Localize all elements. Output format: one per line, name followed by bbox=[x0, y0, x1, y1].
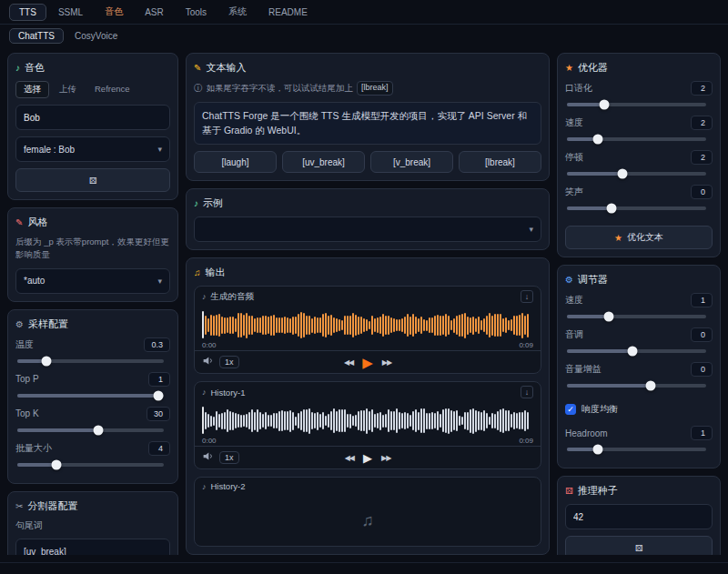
slider-handle[interactable] bbox=[600, 100, 610, 110]
token-buttons-row: [laugh][uv_break][v_break][lbreak] bbox=[194, 151, 541, 173]
slider-track[interactable] bbox=[567, 172, 706, 176]
rewind-button[interactable]: ◀◀ bbox=[345, 454, 354, 462]
chevron-down-icon: ▾ bbox=[529, 225, 533, 234]
slider-value[interactable]: 0 bbox=[691, 327, 713, 342]
adjuster-header: ⚙ 调节器 bbox=[565, 273, 713, 287]
slider-handle[interactable] bbox=[153, 390, 163, 400]
slider-value[interactable]: 1 bbox=[691, 293, 713, 307]
slider-track[interactable] bbox=[567, 137, 706, 141]
token-button-[v_break][interactable]: [v_break] bbox=[370, 151, 453, 173]
slider-track[interactable] bbox=[17, 428, 164, 432]
waveform[interactable]: 0:000:09 bbox=[195, 402, 541, 446]
slider-handle[interactable] bbox=[618, 169, 628, 179]
style-panel: ✎ 风格 后缀为 _p 表示带prompt，效果更好但更影响质量 *auto ▾ bbox=[7, 207, 178, 302]
voice-name-input[interactable] bbox=[15, 105, 170, 130]
slider-口语化: 口语化2 bbox=[565, 81, 713, 116]
nav-tab-TTS[interactable]: TTS bbox=[9, 4, 46, 21]
slider-label: 批量大小 bbox=[15, 442, 52, 455]
slider-handle[interactable] bbox=[93, 425, 103, 435]
download-icon[interactable]: ↓ bbox=[521, 386, 533, 398]
examples-dropdown[interactable]: ▾ bbox=[194, 217, 541, 242]
style-hint: 后缀为 _p 表示带prompt，效果更好但更影响质量 bbox=[15, 236, 170, 262]
voice-random-button[interactable]: ⚄ bbox=[15, 168, 170, 192]
voice-select-dropdown[interactable]: female : Bob ▾ bbox=[15, 136, 170, 162]
voice-icon: ♪ bbox=[15, 63, 20, 73]
forward-button[interactable]: ▶▶ bbox=[381, 454, 390, 462]
checkbox-响度均衡[interactable]: ✓响度均衡 bbox=[565, 403, 713, 416]
nav-tab-系统[interactable]: 系统 bbox=[218, 2, 257, 22]
slider-value[interactable]: 0 bbox=[691, 362, 713, 377]
output-header: ♫ 输出 bbox=[194, 266, 541, 279]
speaker-icon[interactable] bbox=[202, 354, 214, 370]
slider-handle[interactable] bbox=[627, 347, 637, 357]
audio-empty-placeholder: ♫ bbox=[195, 495, 541, 546]
token-button-[laugh][interactable]: [laugh] bbox=[194, 151, 277, 173]
eos-input[interactable]: [uv_break] bbox=[15, 539, 170, 556]
slider-track[interactable] bbox=[17, 359, 164, 363]
slider-handle[interactable] bbox=[592, 135, 602, 145]
slider-track[interactable] bbox=[17, 394, 164, 398]
slider-value[interactable]: 0 bbox=[691, 185, 713, 199]
voice-tab-Refrence[interactable]: Refrence bbox=[86, 81, 138, 98]
slider-track[interactable] bbox=[567, 315, 706, 318]
slider-value[interactable]: 2 bbox=[691, 116, 713, 130]
sparkle-icon: ★ bbox=[614, 233, 622, 243]
slider-track[interactable] bbox=[567, 349, 706, 353]
style-select-dropdown[interactable]: *auto ▾ bbox=[15, 268, 170, 294]
footer-divider bbox=[0, 562, 728, 574]
nav-tab-音色[interactable]: 音色 bbox=[95, 2, 133, 22]
slider-handle[interactable] bbox=[52, 459, 62, 469]
tts-text-input[interactable]: ChatTTS Forge 是一个围绕 TTS 生成模型开发的项目，实现了 AP… bbox=[194, 102, 541, 146]
waveform[interactable]: 0:000:09 bbox=[195, 307, 541, 350]
checkbox-box[interactable]: ✓ bbox=[565, 404, 576, 415]
speaker-icon[interactable] bbox=[202, 449, 214, 466]
slider-track[interactable] bbox=[567, 384, 706, 388]
slider-track[interactable] bbox=[567, 206, 706, 210]
voice-tab-上传[interactable]: 上传 bbox=[51, 81, 85, 98]
token-button-[lbreak][interactable]: [lbreak] bbox=[459, 151, 541, 173]
slider-label: 速度 bbox=[565, 294, 583, 307]
playhead-cursor[interactable] bbox=[202, 407, 204, 434]
slider-handle[interactable] bbox=[42, 356, 52, 366]
nav-tab-README[interactable]: README bbox=[258, 4, 318, 21]
playback-speed-button[interactable]: 1x bbox=[219, 356, 239, 368]
playback-speed-button[interactable]: 1x bbox=[219, 451, 239, 464]
random-seed-button[interactable]: ⚄ bbox=[565, 536, 713, 555]
hint-token-badge: [lbreak] bbox=[357, 81, 393, 96]
nav-tab-Tools[interactable]: Tools bbox=[176, 4, 217, 21]
model-tab-ChatTTS[interactable]: ChatTTS bbox=[9, 28, 64, 44]
slider-value[interactable]: 2 bbox=[691, 81, 713, 96]
splitter-panel-title: 分割器配置 bbox=[27, 499, 77, 513]
slider-handle[interactable] bbox=[606, 204, 616, 214]
slider-value[interactable]: 30 bbox=[147, 407, 170, 421]
forward-button[interactable]: ▶▶ bbox=[382, 358, 391, 367]
scissors-icon: ✂ bbox=[15, 501, 23, 511]
playhead-cursor[interactable] bbox=[202, 311, 204, 338]
seed-input[interactable] bbox=[565, 504, 713, 529]
model-tab-CosyVoice[interactable]: CosyVoice bbox=[66, 28, 126, 44]
slider-value[interactable]: 1 bbox=[148, 372, 170, 387]
voice-tab-选择[interactable]: 选择 bbox=[15, 81, 49, 98]
slider-track[interactable] bbox=[567, 448, 706, 451]
download-icon[interactable]: ↓ bbox=[521, 290, 533, 303]
adjuster-panel: ⚙ 调节器 速度1音调0音量增益0 ✓响度均衡 Headroom1 bbox=[557, 265, 721, 468]
slider-handle[interactable] bbox=[603, 312, 613, 322]
slider-value[interactable]: 0.3 bbox=[144, 337, 170, 352]
nav-tab-SSML[interactable]: SSML bbox=[48, 4, 93, 21]
play-button[interactable]: ▶ bbox=[363, 452, 372, 464]
slider-track[interactable] bbox=[567, 103, 706, 106]
audio-list: ♪生成的音频↓0:000:091x◀◀▶▶▶♪History-1↓0:000:0… bbox=[194, 286, 541, 547]
slider-value[interactable]: 1 bbox=[691, 426, 713, 440]
slider-handle[interactable] bbox=[592, 445, 602, 455]
slider-value[interactable]: 4 bbox=[148, 441, 170, 456]
play-button[interactable]: ▶ bbox=[362, 356, 373, 369]
rewind-button[interactable]: ◀◀ bbox=[344, 358, 353, 367]
slider-label: Top K bbox=[15, 408, 39, 418]
nav-tab-ASR[interactable]: ASR bbox=[135, 4, 174, 21]
dice-icon: ⚄ bbox=[89, 176, 97, 186]
slider-value[interactable]: 2 bbox=[691, 150, 713, 165]
token-button-[uv_break][interactable]: [uv_break] bbox=[282, 151, 365, 173]
slider-handle[interactable] bbox=[645, 381, 655, 391]
refine-text-button[interactable]: ★ 优化文本 bbox=[565, 226, 713, 249]
slider-track[interactable] bbox=[17, 463, 164, 467]
